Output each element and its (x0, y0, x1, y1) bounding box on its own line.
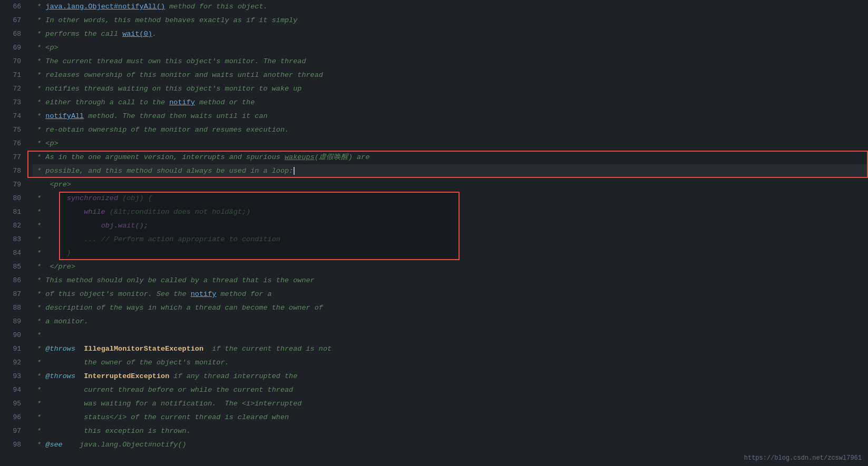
code-line: * (33, 329, 868, 342)
code-line: * of this object's monitor. See the noti… (33, 287, 868, 301)
code-line: * the owner of the object's monitor. (33, 356, 868, 370)
url-bar: https://blog.csdn.net/zcswl7961 (744, 454, 862, 462)
code-line: * synchronized (obj) { (33, 192, 868, 205)
line-number: 79 (0, 178, 21, 192)
code-line: * current thread before or while the cur… (33, 383, 868, 397)
code-line: * As in the one argument version, interr… (33, 151, 868, 164)
code-line: * <p> (33, 137, 868, 151)
code-line: * java.lang.Object#notifyAll() method fo… (33, 0, 868, 14)
line-number: 89 (0, 315, 21, 329)
code-area[interactable]: * java.lang.Object#notifyAll() method fo… (27, 0, 868, 466)
line-number: 91 (0, 342, 21, 356)
code-line: <pre> (33, 178, 868, 192)
code-line: * this exception is thrown. (33, 424, 868, 438)
code-line: * performs the call wait(0). (33, 27, 868, 41)
code-line: * obj.wait(); (33, 219, 868, 233)
code-line: * notifyAll method. The thread then wait… (33, 110, 868, 123)
line-number: 94 (0, 383, 21, 397)
code-line: * description of the ways in which a thr… (33, 301, 868, 315)
line-number: 82 (0, 219, 21, 233)
line-number: 96 (0, 411, 21, 424)
code-line: * </pre> (33, 260, 868, 274)
code-line: * re-obtain ownership of the monitor and… (33, 123, 868, 137)
line-number: 67 (0, 14, 21, 27)
line-number: 83 (0, 233, 21, 246)
code-line: * } (33, 246, 868, 260)
line-number: 85 (0, 260, 21, 274)
line-number: 92 (0, 356, 21, 370)
line-number: 70 (0, 55, 21, 68)
line-number: 75 (0, 123, 21, 137)
line-number: 81 (0, 205, 21, 219)
line-number: 93 (0, 370, 21, 383)
editor-container: 6667686970717273747576777879808182838485… (0, 0, 868, 466)
code-line: * @throws InterruptedException if any th… (33, 370, 868, 383)
code-line: * @see java.lang.Object#notify() (33, 438, 868, 452)
code-line: * while (&lt;condition does not hold&gt;… (33, 205, 868, 219)
line-number: 87 (0, 287, 21, 301)
code-line: * releases ownership of this monitor and… (33, 68, 868, 82)
code-line: * possible, and this method should alway… (33, 164, 868, 178)
line-number: 80 (0, 192, 21, 205)
code-line: * ... // Perform action appropriate to c… (33, 233, 868, 246)
code-line: * @throws IllegalMonitorStateException i… (33, 342, 868, 356)
line-number: 78 (0, 164, 21, 178)
code-line: * In other words, this method behaves ex… (33, 14, 868, 27)
code-line: * The current thread must own this objec… (33, 55, 868, 68)
line-number: 71 (0, 68, 21, 82)
line-number: 72 (0, 82, 21, 96)
code-line: * either through a call to the notify me… (33, 96, 868, 110)
line-number: 74 (0, 110, 21, 123)
line-number: 97 (0, 424, 21, 438)
line-number: 86 (0, 274, 21, 287)
line-number: 84 (0, 246, 21, 260)
code-line: * a monitor. (33, 315, 868, 329)
code-line: * was waiting for a notification. The <i… (33, 397, 868, 411)
line-number: 95 (0, 397, 21, 411)
code-line: * notifies threads waiting on this objec… (33, 82, 868, 96)
line-number: 77 (0, 151, 21, 164)
code-line: * This method should only be called by a… (33, 274, 868, 287)
line-number: 69 (0, 41, 21, 55)
line-number: 98 (0, 438, 21, 452)
line-number: 76 (0, 137, 21, 151)
line-number: 73 (0, 96, 21, 110)
code-line: * status</i> of the current thread is cl… (33, 411, 868, 424)
line-numbers: 6667686970717273747576777879808182838485… (0, 0, 27, 466)
line-number: 66 (0, 0, 21, 14)
line-number: 88 (0, 301, 21, 315)
text-cursor (294, 167, 295, 175)
line-number: 90 (0, 329, 21, 342)
line-number: 68 (0, 27, 21, 41)
code-line: * <p> (33, 41, 868, 55)
